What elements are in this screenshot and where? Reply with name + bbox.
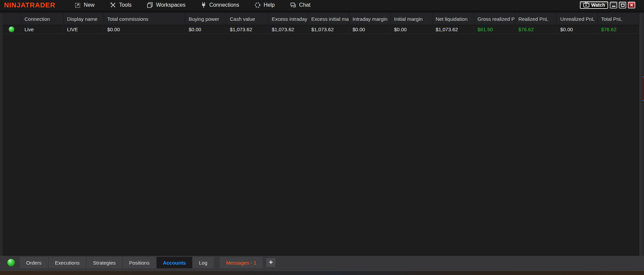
cell-total-pnl: $76.62 xyxy=(598,25,639,34)
cell-realized-pnl: $76.62 xyxy=(515,25,557,34)
tab-executions[interactable]: Executions xyxy=(49,257,87,268)
plug-icon xyxy=(201,2,206,8)
cell-cash-value: $1,073.62 xyxy=(226,25,268,34)
connection-status-dot xyxy=(7,259,15,266)
menu-bar: NINJATRADER New Tools xyxy=(0,0,644,10)
cell-excess-intraday: $1,073.62 xyxy=(268,25,308,34)
tab-strategies[interactable]: Strategies xyxy=(87,257,123,268)
close-icon: ✕ xyxy=(630,3,634,7)
column-header-net-liquidation[interactable]: Net liquidation xyxy=(432,13,474,25)
column-header-unrealized-pnl[interactable]: Unrealized PnL xyxy=(557,13,598,25)
menu-connections[interactable]: Connections xyxy=(201,2,239,8)
menu-help[interactable]: Help xyxy=(255,2,275,8)
cell-total-commissions: $0.00 xyxy=(104,25,185,34)
menu-new[interactable]: New xyxy=(75,2,95,8)
menu-tools[interactable]: Tools xyxy=(110,2,131,8)
column-header-buying-power[interactable]: Buying power xyxy=(185,13,226,25)
menu-chat-label: Chat xyxy=(299,2,311,8)
watch-tv-icon xyxy=(583,2,590,8)
column-header-total-pnl[interactable]: Total PnL xyxy=(598,13,639,25)
close-button[interactable]: ✕ xyxy=(628,2,635,8)
vertical-scrollbar[interactable] xyxy=(639,13,642,256)
workspaces-icon xyxy=(147,2,153,8)
column-header-initial-margin[interactable]: Initial margin xyxy=(391,13,432,25)
chat-bubbles-icon xyxy=(290,2,296,8)
column-header-total-commissions[interactable]: Total commissions xyxy=(104,13,185,25)
add-tab-button[interactable]: + xyxy=(266,258,275,267)
column-header-excess-intraday[interactable]: Excess intraday xyxy=(268,13,308,25)
menu-tools-label: Tools xyxy=(119,2,131,8)
column-header-excess-initial-margin[interactable]: Excess initial margin xyxy=(308,13,349,25)
accounts-table: Connection Display name Total commission… xyxy=(3,13,639,256)
menu-workspaces[interactable]: Workspaces xyxy=(147,2,185,8)
connection-status-dot xyxy=(9,27,14,32)
help-ring-icon xyxy=(255,2,261,8)
tab-accounts[interactable]: Accounts xyxy=(157,257,192,268)
cell-connection: Live xyxy=(21,25,64,34)
accounts-table-header: Connection Display name Total commission… xyxy=(3,13,639,25)
column-header-status[interactable] xyxy=(3,13,21,25)
menu-new-label: New xyxy=(84,2,95,8)
cell-intraday-margin: $0.00 xyxy=(349,25,391,34)
minimize-button[interactable] xyxy=(610,2,617,8)
cell-gross-realized-pnl: $81.50 xyxy=(474,25,515,34)
new-window-icon xyxy=(75,2,81,8)
cell-display-name: LIVE xyxy=(64,25,104,34)
watch-button-label: Watch xyxy=(591,2,605,8)
tab-log[interactable]: Log xyxy=(193,257,214,268)
column-header-display-name[interactable]: Display name xyxy=(64,13,104,25)
tools-icon xyxy=(110,2,116,8)
column-header-cash-value[interactable]: Cash value xyxy=(226,13,268,25)
column-header-intraday-margin[interactable]: Intraday margin xyxy=(349,13,391,25)
account-row[interactable]: Live LIVE $0.00 $0.00 $1,073.62 $1,073.6… xyxy=(3,25,639,34)
maximize-icon xyxy=(621,4,625,7)
minimize-icon xyxy=(612,6,615,7)
menu-help-label: Help xyxy=(264,2,275,8)
tab-positions[interactable]: Positions xyxy=(123,257,157,268)
cell-buying-power: $0.00 xyxy=(185,25,226,34)
ninjatrader-control-center: NINJATRADER New Tools xyxy=(0,0,644,275)
menu-chat[interactable]: Chat xyxy=(290,2,311,8)
column-header-gross-realized-pnl[interactable]: Gross realized PnL xyxy=(474,13,515,25)
cell-status xyxy=(3,25,21,34)
menu-workspaces-label: Workspaces xyxy=(156,2,185,8)
ninjatrader-logo: NINJATRADER xyxy=(4,1,55,9)
tab-orders[interactable]: Orders xyxy=(20,257,49,268)
bottom-tab-bar: Orders Executions Strategies Positions A… xyxy=(0,256,644,271)
cell-unrealized-pnl: $0.00 xyxy=(557,25,598,34)
maximize-button[interactable] xyxy=(619,2,626,8)
background-window-sliver xyxy=(643,77,644,101)
window-controls: Watch ✕ xyxy=(580,1,640,9)
menubar-divider xyxy=(0,10,644,13)
cell-initial-margin: $0.00 xyxy=(391,25,432,34)
cell-excess-initial-margin: $1,073.62 xyxy=(308,25,349,34)
cell-net-liquidation: $1,073.62 xyxy=(432,25,474,34)
desktop-background-strip xyxy=(0,271,644,275)
column-header-realized-pnl[interactable]: Realized PnL xyxy=(515,13,557,25)
menu-connections-label: Connections xyxy=(209,2,239,8)
watch-button[interactable]: Watch xyxy=(580,1,608,9)
tab-messages[interactable]: Messages - 1 xyxy=(220,257,263,268)
column-header-connection[interactable]: Connection xyxy=(21,13,64,25)
